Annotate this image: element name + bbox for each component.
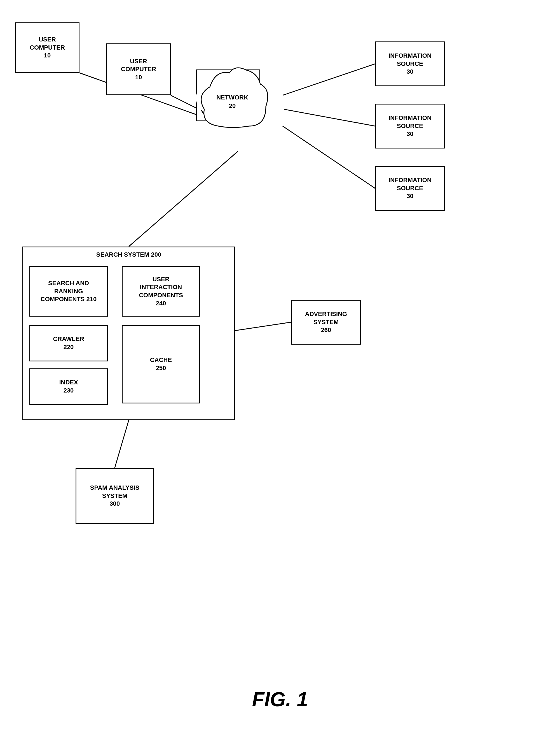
search-ranking-label: SEARCH AND RANKING COMPONENTS 210 xyxy=(41,279,97,303)
index-label: INDEX 230 xyxy=(59,378,78,394)
advertising-label: ADVERTISING SYSTEM 260 xyxy=(305,310,347,334)
search-system-label: SEARCH SYSTEM 200 xyxy=(23,251,234,259)
spam-label: SPAM ANALYSIS SYSTEM 300 xyxy=(90,484,139,508)
svg-line-6 xyxy=(129,151,238,246)
advertising-system: ADVERTISING SYSTEM 260 xyxy=(291,300,361,344)
crawler-box: CRAWLER 220 xyxy=(29,325,108,361)
info-source-2-label: INFORMATION SOURCE 30 xyxy=(389,114,432,138)
svg-text:NETWORK: NETWORK xyxy=(216,94,248,101)
info-source-1: INFORMATION SOURCE 30 xyxy=(375,41,445,86)
user-computer-1: USER COMPUTER 10 xyxy=(15,22,80,73)
figure-label: FIG. 1 xyxy=(0,688,560,711)
user-interaction-box: USER INTERACTION COMPONENTS 240 xyxy=(122,266,200,317)
diagram: USER COMPUTER 10 USER COMPUTER 10 USER C… xyxy=(0,0,560,750)
user-computer-2-label: USER COMPUTER 10 xyxy=(121,57,156,81)
svg-line-3 xyxy=(283,64,375,95)
svg-line-8 xyxy=(115,420,129,468)
spam-analysis-system: SPAM ANALYSIS SYSTEM 300 xyxy=(76,468,154,524)
network-cloud: NETWORK 20 xyxy=(185,56,280,146)
index-box: INDEX 230 xyxy=(29,369,108,405)
user-computer-2: USER COMPUTER 10 xyxy=(106,43,171,95)
info-source-3: INFORMATION SOURCE 30 xyxy=(375,166,445,211)
info-source-3-label: INFORMATION SOURCE 30 xyxy=(389,176,432,200)
svg-text:20: 20 xyxy=(229,102,236,109)
cache-label: CACHE 250 xyxy=(150,356,172,372)
search-ranking-box: SEARCH AND RANKING COMPONENTS 210 xyxy=(29,266,108,317)
crawler-label: CRAWLER 220 xyxy=(53,335,84,351)
svg-line-7 xyxy=(235,322,291,331)
info-source-2: INFORMATION SOURCE 30 xyxy=(375,104,445,149)
cache-box: CACHE 250 xyxy=(122,325,200,403)
svg-line-5 xyxy=(283,126,375,188)
user-interaction-label: USER INTERACTION COMPONENTS 240 xyxy=(139,275,183,307)
info-source-1-label: INFORMATION SOURCE 30 xyxy=(389,52,432,76)
svg-line-4 xyxy=(284,109,375,126)
user-computer-1-label: USER COMPUTER 10 xyxy=(30,36,65,60)
